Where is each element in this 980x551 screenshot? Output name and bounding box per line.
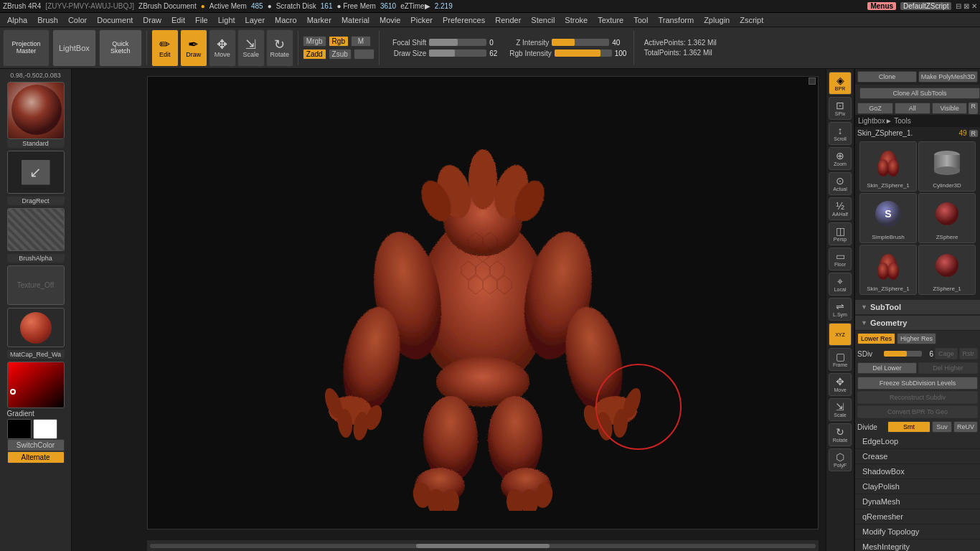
geometry-header[interactable]: ▼ Geometry: [855, 315, 980, 331]
polyf-button[interactable]: ⬡ PolyF: [829, 448, 852, 471]
del-higher-button[interactable]: Del Higher: [918, 362, 978, 374]
rgb-button[interactable]: Rgb: [329, 36, 349, 47]
all-button[interactable]: All: [895, 103, 930, 114]
make-polymesh-button[interactable]: Make PolyMesh3D: [918, 71, 978, 83]
brush-alpha-thumb[interactable]: [7, 208, 65, 251]
menu-material[interactable]: Material: [337, 14, 374, 26]
scrollbar-thumb[interactable]: [416, 544, 550, 548]
default-zscript-button[interactable]: DefaultZScript: [900, 2, 951, 10]
menu-texture[interactable]: Texture: [593, 14, 628, 26]
menu-alpha[interactable]: Alpha: [3, 14, 32, 26]
menu-stroke[interactable]: Stroke: [560, 14, 592, 26]
move-side-button[interactable]: ✥ Move: [829, 373, 852, 396]
quick-sketch-button[interactable]: QuickSketch: [99, 29, 142, 67]
brush-thumb[interactable]: Standard: [7, 82, 65, 148]
menu-light[interactable]: Light: [214, 14, 240, 26]
menu-edit[interactable]: Edit: [167, 14, 189, 26]
claypolish-item[interactable]: ClayPolish: [855, 479, 980, 494]
menu-zscript[interactable]: Zscript: [735, 14, 768, 26]
scroll-button[interactable]: ↕ Scroll: [829, 122, 852, 145]
switch-color-button[interactable]: SwitchColor: [7, 439, 65, 451]
menu-picker[interactable]: Picker: [406, 14, 437, 26]
qremesher-item[interactable]: qRemesher: [855, 509, 980, 524]
lsym-button[interactable]: ⇌ L.Sym: [829, 298, 852, 321]
window-controls[interactable]: ⊟ ⊠ ✕: [956, 2, 977, 10]
tool-thumb-zsphere1[interactable]: ZSphere_1: [918, 245, 976, 295]
mesh-integrity-item[interactable]: MeshIntegrity: [855, 540, 980, 551]
smt-button[interactable]: Smt: [887, 421, 930, 433]
dynamesh-item[interactable]: DynaMesh: [855, 494, 980, 509]
crease-item[interactable]: Crease: [855, 449, 980, 464]
tool-thumb-skin2[interactable]: Skin_ZSphere_1: [859, 245, 917, 295]
rstr-button[interactable]: Rstr: [959, 348, 979, 359]
menu-color[interactable]: Color: [64, 14, 91, 26]
texture-thumb[interactable]: Texture_Off: [7, 265, 65, 305]
menu-brush[interactable]: Brush: [33, 14, 62, 26]
focal-shift-slider[interactable]: [429, 39, 486, 46]
tool-thumb-simplebrush[interactable]: S SimpleBrush: [859, 193, 917, 243]
menu-preferences[interactable]: Preferences: [438, 14, 489, 26]
menu-movie[interactable]: Movie: [375, 14, 405, 26]
brush-preview[interactable]: [7, 82, 65, 139]
convert-bpr-button[interactable]: Convert BPR To Geo: [857, 405, 978, 418]
aahalf-button[interactable]: ½ AAHalf: [829, 197, 852, 220]
canvas-scrollbar[interactable]: [147, 540, 819, 551]
higher-res-button[interactable]: Higher Res: [897, 333, 936, 344]
tool-thumb-zsphere[interactable]: ZSphere: [918, 193, 976, 243]
reuv-button[interactable]: ReUV: [953, 421, 978, 433]
edit-button[interactable]: ✏ Edit: [151, 29, 179, 67]
scale-button[interactable]: ⇲ Scale: [237, 29, 265, 67]
visible-button[interactable]: Visible: [932, 103, 968, 114]
modify-topology-item[interactable]: Modify Topology: [855, 524, 980, 540]
del-lower-button[interactable]: Del Lower: [857, 362, 917, 374]
reconstruct-button[interactable]: Reconstruct Subdiv: [857, 391, 978, 404]
freeze-button[interactable]: Freeze SubDivision Levels: [857, 377, 978, 390]
matcap-thumb[interactable]: [7, 308, 65, 347]
menu-marker[interactable]: Marker: [303, 14, 336, 26]
canvas-content[interactable]: [147, 76, 819, 529]
menus-button[interactable]: Menus: [867, 2, 896, 10]
menu-transform[interactable]: Transform: [654, 14, 698, 26]
bpr-button[interactable]: ◈ BPR: [829, 72, 852, 95]
menu-document[interactable]: Document: [93, 14, 137, 26]
subtool-header[interactable]: ▼ SubTool: [855, 299, 980, 315]
frame-button[interactable]: ▢ Frame: [829, 348, 852, 371]
zadd-button[interactable]: Zadd: [303, 49, 326, 60]
move-button[interactable]: ✥ Move: [209, 29, 236, 67]
edgeloop-item[interactable]: EdgeLoop: [855, 434, 980, 449]
lightbox-button[interactable]: LightBox: [52, 29, 96, 67]
rgb-intensity-slider[interactable]: [555, 50, 612, 57]
persp-button[interactable]: ◫ Persp: [829, 222, 852, 245]
menu-zplugin[interactable]: Zplugin: [699, 14, 734, 26]
mrgb-button[interactable]: Mrgb: [303, 36, 326, 47]
menu-file[interactable]: File: [191, 14, 212, 26]
skin-r-badge[interactable]: R: [969, 130, 979, 137]
alternate-button[interactable]: Alternate: [7, 451, 65, 463]
skin-selector[interactable]: Skin_ZSphere_1. 49 R: [855, 127, 980, 299]
lightbox-tools-bar[interactable]: Lightbox► Tools: [855, 115, 980, 127]
canvas-3d[interactable]: [148, 77, 818, 529]
color-picker[interactable]: Gradient SwitchColor Alternate: [7, 362, 65, 463]
r-badge[interactable]: R: [969, 103, 978, 114]
menu-layer[interactable]: Layer: [241, 14, 270, 26]
swatch-black[interactable]: [7, 419, 32, 439]
shadowbox-item[interactable]: ShadowBox: [855, 464, 980, 479]
floor-button[interactable]: ▭ Floor: [829, 248, 852, 270]
goz-button[interactable]: GoZ: [857, 103, 893, 114]
suv-button[interactable]: Suv: [932, 421, 952, 433]
swatch-white[interactable]: [33, 419, 57, 439]
draw-button[interactable]: ✒ Draw: [180, 29, 207, 67]
scrollbar-track[interactable]: [150, 544, 816, 548]
clone-all-subtools-button[interactable]: Clone All SubTools: [859, 88, 980, 99]
projection-master-button[interactable]: ProjectionMaster: [3, 29, 50, 67]
cage-button[interactable]: Cage: [935, 348, 958, 359]
xyz-button[interactable]: XYZ: [829, 323, 852, 346]
lower-res-button[interactable]: Lower Res: [857, 333, 895, 344]
rotate-button[interactable]: ↻ Rotate: [266, 29, 293, 67]
menu-draw[interactable]: Draw: [138, 14, 166, 26]
sdiv-slider[interactable]: [884, 351, 922, 357]
local-button[interactable]: ⌖ Local: [829, 273, 852, 296]
zcut-button[interactable]: Zcut: [354, 49, 374, 60]
drag-rect-thumb[interactable]: ↙: [7, 151, 65, 194]
zoom-button[interactable]: ⊕ Zoom: [829, 147, 852, 170]
